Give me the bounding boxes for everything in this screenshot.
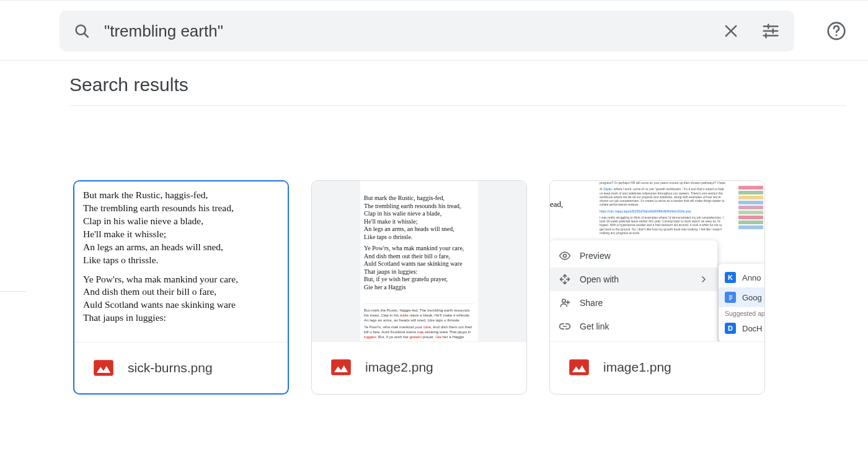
file-name: image2.png: [365, 360, 433, 375]
submenu-label: Goog: [742, 293, 762, 302]
eye-icon: [559, 250, 571, 262]
file-name: image1.png: [603, 360, 671, 375]
search-bar[interactable]: [60, 11, 794, 51]
cropped-text: ead,: [550, 199, 563, 209]
link-icon: [559, 320, 571, 333]
file-card[interactable]: ead, progress? Or perhaps HR will some a…: [549, 180, 765, 395]
context-menu-item-open-with[interactable]: Open with: [550, 268, 717, 291]
submenu-item[interactable]: Goog: [719, 287, 764, 307]
svg-rect-13: [331, 359, 351, 375]
help-icon[interactable]: [826, 21, 846, 41]
search-options-icon[interactable]: [761, 21, 781, 41]
poem-line: Clap in his walie nieve a blade,: [83, 216, 203, 226]
context-menu-label: Share: [580, 298, 603, 308]
search-icon: [73, 22, 91, 40]
search-results-grid: But mark the Rustic, haggis-fed, The tre…: [73, 180, 868, 395]
file-card[interactable]: But mark the Rustic, haggis-fed, The tre…: [73, 180, 289, 395]
file-thumbnail: But mark the Rustic, haggis-fed, The tre…: [74, 181, 288, 343]
submenu-section-label: Suggested apps: [719, 307, 764, 318]
poem-line: But mark the Rustic, haggis-fed,: [83, 190, 208, 200]
svg-rect-18: [728, 295, 732, 295]
search-input[interactable]: [104, 22, 721, 41]
poem-line: That jaups in luggies:: [83, 312, 166, 323]
poem-line: Auld Scotland wants nae skinking ware: [83, 299, 236, 310]
svg-rect-21: [728, 299, 730, 300]
svg-rect-19: [728, 296, 732, 297]
clear-search-button[interactable]: [721, 21, 741, 41]
context-menu-item-share[interactable]: Share: [550, 291, 717, 315]
submenu-item[interactable]: K Anno: [719, 268, 764, 287]
context-menu-item-get-link[interactable]: Get link: [550, 315, 717, 338]
file-thumbnail: But mark the Rustic, haggis-fed, The tre…: [312, 181, 526, 342]
poem-line: And dish them out their bill o fare,: [83, 286, 216, 297]
sidebar-stub: [0, 291, 26, 313]
open-with-icon: [559, 273, 571, 286]
submenu-item[interactable]: D DocH: [719, 318, 764, 338]
app-icon: K: [725, 272, 736, 283]
submenu-label: DocH: [742, 324, 763, 333]
poem-line: Like taps o thrissle.: [83, 255, 158, 265]
poem-line: He'll make it whissle;: [83, 229, 166, 239]
page-title: Search results: [69, 74, 846, 95]
file-thumbnail: ead, progress? Or perhaps HR will some a…: [550, 181, 764, 342]
context-menu-label: Get link: [580, 321, 609, 331]
poem-line: Ye Pow'rs, wha mak mankind your care,: [83, 274, 238, 284]
chevron-right-icon: [699, 274, 709, 284]
submenu-label: Anno: [742, 273, 761, 282]
context-menu-label: Open with: [580, 274, 619, 284]
svg-rect-20: [728, 298, 732, 299]
context-menu-item-add-to-workspace[interactable]: Add to workspace: [550, 338, 717, 342]
person-add-icon: [559, 297, 571, 309]
file-card[interactable]: But mark the Rustic, haggis-fed, The tre…: [311, 180, 527, 395]
context-menu: Preview Open with Share Get link: [550, 240, 717, 342]
app-icon: D: [725, 323, 736, 334]
image-file-icon: [567, 356, 591, 379]
poem-line: The trembling earth resounds his tread,: [83, 203, 234, 213]
svg-point-15: [562, 299, 565, 302]
context-menu-item-preview[interactable]: Preview: [550, 244, 717, 268]
poem-line: An legs an arms, an heads will sned,: [83, 242, 223, 252]
image-file-icon: [92, 356, 115, 380]
app-icon: [725, 292, 736, 303]
context-menu-label: Preview: [580, 251, 611, 261]
svg-rect-12: [94, 360, 113, 375]
file-name: sick-burns.png: [128, 360, 213, 375]
document-minimap: [738, 186, 763, 229]
svg-point-14: [564, 255, 567, 258]
svg-line-1: [84, 33, 88, 37]
image-file-icon: [329, 356, 353, 379]
context-submenu: K Anno Goog Suggested apps D DocH: [719, 264, 764, 342]
svg-rect-22: [569, 359, 589, 375]
svg-point-11: [836, 34, 838, 36]
